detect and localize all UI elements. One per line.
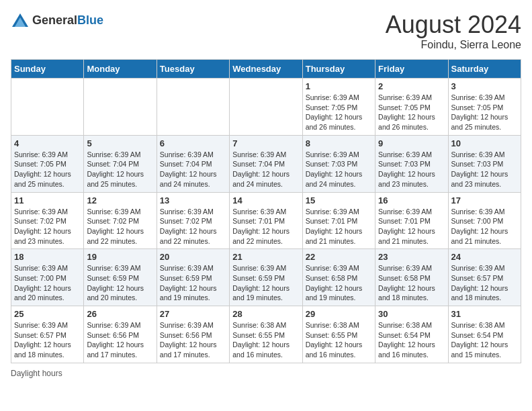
calendar-cell: 16Sunrise: 6:39 AM Sunset: 7:01 PM Dayli… <box>375 192 448 249</box>
day-info: Sunrise: 6:39 AM Sunset: 6:59 PM Dayligh… <box>232 263 299 303</box>
day-number: 20 <box>160 252 226 262</box>
calendar-header-row: SundayMondayTuesdayWednesdayThursdayFrid… <box>11 60 521 79</box>
day-number: 7 <box>232 138 299 148</box>
calendar-cell: 29Sunrise: 6:38 AM Sunset: 6:55 PM Dayli… <box>302 306 375 363</box>
calendar-day-header: Thursday <box>302 60 375 79</box>
day-info: Sunrise: 6:39 AM Sunset: 7:03 PM Dayligh… <box>451 150 518 189</box>
day-number: 17 <box>451 195 518 205</box>
calendar-cell: 6Sunrise: 6:39 AM Sunset: 7:04 PM Daylig… <box>157 135 229 192</box>
day-info: Sunrise: 6:39 AM Sunset: 7:04 PM Dayligh… <box>87 150 153 189</box>
calendar-cell: 19Sunrise: 6:39 AM Sunset: 6:59 PM Dayli… <box>84 249 157 306</box>
calendar-cell: 10Sunrise: 6:39 AM Sunset: 7:03 PM Dayli… <box>448 135 521 192</box>
calendar-day-header: Sunday <box>11 60 84 79</box>
calendar-cell: 3Sunrise: 6:39 AM Sunset: 7:05 PM Daylig… <box>448 79 521 136</box>
day-number: 1 <box>306 81 372 91</box>
calendar-cell: 26Sunrise: 6:39 AM Sunset: 6:56 PM Dayli… <box>84 306 157 363</box>
calendar-week-row: 4Sunrise: 6:39 AM Sunset: 7:05 PM Daylig… <box>11 135 521 192</box>
day-number: 5 <box>87 138 153 148</box>
day-number: 11 <box>14 195 81 205</box>
calendar-cell: 17Sunrise: 6:39 AM Sunset: 7:00 PM Dayli… <box>448 192 521 249</box>
month-title: August 2024 <box>386 11 521 39</box>
logo: GeneralBlue <box>11 11 103 30</box>
calendar-cell: 21Sunrise: 6:39 AM Sunset: 6:59 PM Dayli… <box>230 249 302 306</box>
calendar-cell: 9Sunrise: 6:39 AM Sunset: 7:03 PM Daylig… <box>375 135 448 192</box>
calendar-cell: 30Sunrise: 6:38 AM Sunset: 6:54 PM Dayli… <box>375 306 448 363</box>
calendar-cell: 24Sunrise: 6:39 AM Sunset: 6:57 PM Dayli… <box>448 249 521 306</box>
calendar-cell: 23Sunrise: 6:39 AM Sunset: 6:58 PM Dayli… <box>375 249 448 306</box>
day-info: Sunrise: 6:39 AM Sunset: 7:00 PM Dayligh… <box>14 263 81 303</box>
title-block: August 2024 Foindu, Sierra Leone <box>386 11 521 51</box>
logo-general: General <box>32 13 77 27</box>
calendar-cell: 5Sunrise: 6:39 AM Sunset: 7:04 PM Daylig… <box>84 135 157 192</box>
day-info: Sunrise: 6:39 AM Sunset: 7:03 PM Dayligh… <box>378 150 445 189</box>
calendar-day-header: Tuesday <box>157 60 229 79</box>
calendar-cell <box>157 79 229 136</box>
day-info: Sunrise: 6:39 AM Sunset: 7:00 PM Dayligh… <box>451 207 518 246</box>
day-info: Sunrise: 6:38 AM Sunset: 6:55 PM Dayligh… <box>232 320 299 360</box>
calendar-cell: 25Sunrise: 6:39 AM Sunset: 6:57 PM Dayli… <box>11 306 84 363</box>
calendar-cell <box>84 79 157 136</box>
calendar-cell: 8Sunrise: 6:39 AM Sunset: 7:03 PM Daylig… <box>302 135 375 192</box>
day-number: 13 <box>160 195 226 205</box>
calendar-cell: 28Sunrise: 6:38 AM Sunset: 6:55 PM Dayli… <box>230 306 302 363</box>
day-info: Sunrise: 6:39 AM Sunset: 7:02 PM Dayligh… <box>14 207 81 246</box>
day-info: Sunrise: 6:38 AM Sunset: 6:54 PM Dayligh… <box>451 320 518 360</box>
calendar-day-header: Friday <box>375 60 448 79</box>
day-number: 10 <box>451 138 518 148</box>
day-info: Sunrise: 6:39 AM Sunset: 6:56 PM Dayligh… <box>160 320 226 360</box>
calendar-cell: 12Sunrise: 6:39 AM Sunset: 7:02 PM Dayli… <box>84 192 157 249</box>
logo-icon <box>11 11 30 30</box>
day-info: Sunrise: 6:39 AM Sunset: 6:57 PM Dayligh… <box>14 320 81 360</box>
day-number: 26 <box>87 309 153 319</box>
day-number: 18 <box>14 252 81 262</box>
day-info: Sunrise: 6:39 AM Sunset: 7:02 PM Dayligh… <box>87 207 153 246</box>
calendar-day-header: Monday <box>84 60 157 79</box>
day-info: Sunrise: 6:39 AM Sunset: 7:04 PM Dayligh… <box>232 150 299 189</box>
footer-label: Daylight hours <box>11 369 62 378</box>
footer: Daylight hours <box>11 369 521 378</box>
day-info: Sunrise: 6:39 AM Sunset: 6:59 PM Dayligh… <box>87 263 153 303</box>
day-info: Sunrise: 6:39 AM Sunset: 7:01 PM Dayligh… <box>232 207 299 246</box>
calendar-cell: 2Sunrise: 6:39 AM Sunset: 7:05 PM Daylig… <box>375 79 448 136</box>
calendar-cell: 7Sunrise: 6:39 AM Sunset: 7:04 PM Daylig… <box>230 135 302 192</box>
day-info: Sunrise: 6:39 AM Sunset: 6:58 PM Dayligh… <box>378 263 445 303</box>
day-info: Sunrise: 6:38 AM Sunset: 6:55 PM Dayligh… <box>306 320 372 360</box>
day-number: 2 <box>378 81 445 91</box>
calendar-body: 1Sunrise: 6:39 AM Sunset: 7:05 PM Daylig… <box>11 79 521 363</box>
day-info: Sunrise: 6:39 AM Sunset: 7:04 PM Dayligh… <box>160 150 226 189</box>
calendar-week-row: 11Sunrise: 6:39 AM Sunset: 7:02 PM Dayli… <box>11 192 521 249</box>
day-info: Sunrise: 6:39 AM Sunset: 7:01 PM Dayligh… <box>306 207 372 246</box>
calendar-cell: 18Sunrise: 6:39 AM Sunset: 7:00 PM Dayli… <box>11 249 84 306</box>
day-number: 27 <box>160 309 226 319</box>
page-header: GeneralBlue August 2024 Foindu, Sierra L… <box>11 11 521 51</box>
day-number: 31 <box>451 309 518 319</box>
day-info: Sunrise: 6:39 AM Sunset: 6:58 PM Dayligh… <box>306 263 372 303</box>
day-info: Sunrise: 6:39 AM Sunset: 7:02 PM Dayligh… <box>160 207 226 246</box>
calendar-day-header: Wednesday <box>230 60 302 79</box>
day-number: 24 <box>451 252 518 262</box>
calendar-cell: 1Sunrise: 6:39 AM Sunset: 7:05 PM Daylig… <box>302 79 375 136</box>
day-number: 19 <box>87 252 153 262</box>
day-number: 16 <box>378 195 445 205</box>
day-number: 23 <box>378 252 445 262</box>
day-number: 3 <box>451 81 518 91</box>
day-info: Sunrise: 6:39 AM Sunset: 7:05 PM Dayligh… <box>378 93 445 132</box>
day-number: 6 <box>160 138 226 148</box>
calendar-table: SundayMondayTuesdayWednesdayThursdayFrid… <box>11 59 521 363</box>
calendar-cell: 14Sunrise: 6:39 AM Sunset: 7:01 PM Dayli… <box>230 192 302 249</box>
calendar-cell: 20Sunrise: 6:39 AM Sunset: 6:59 PM Dayli… <box>157 249 229 306</box>
day-info: Sunrise: 6:39 AM Sunset: 6:59 PM Dayligh… <box>160 263 226 303</box>
calendar-cell: 13Sunrise: 6:39 AM Sunset: 7:02 PM Dayli… <box>157 192 229 249</box>
day-number: 8 <box>306 138 372 148</box>
calendar-cell: 15Sunrise: 6:39 AM Sunset: 7:01 PM Dayli… <box>302 192 375 249</box>
calendar-cell <box>230 79 302 136</box>
calendar-week-row: 18Sunrise: 6:39 AM Sunset: 7:00 PM Dayli… <box>11 249 521 306</box>
day-number: 28 <box>232 309 299 319</box>
day-number: 14 <box>232 195 299 205</box>
day-info: Sunrise: 6:39 AM Sunset: 7:01 PM Dayligh… <box>378 207 445 246</box>
calendar-cell: 22Sunrise: 6:39 AM Sunset: 6:58 PM Dayli… <box>302 249 375 306</box>
day-info: Sunrise: 6:39 AM Sunset: 6:57 PM Dayligh… <box>451 263 518 303</box>
day-number: 22 <box>306 252 372 262</box>
day-info: Sunrise: 6:39 AM Sunset: 7:05 PM Dayligh… <box>306 93 372 132</box>
calendar-cell: 27Sunrise: 6:39 AM Sunset: 6:56 PM Dayli… <box>157 306 229 363</box>
